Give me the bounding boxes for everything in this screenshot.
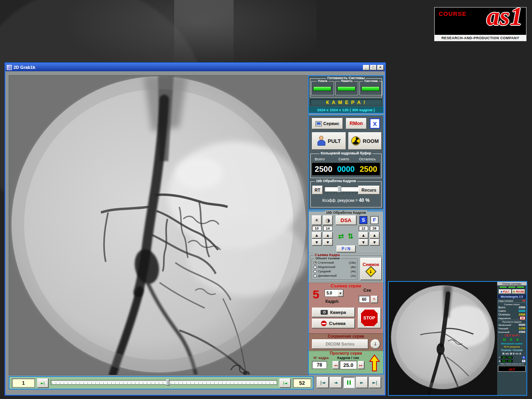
last-frame-field[interactable]: 52 [293, 378, 311, 388]
mini-start-label: Начальный: [498, 324, 511, 326]
mini-memory-bar [508, 286, 516, 288]
sec-label: Сек [363, 288, 371, 293]
board-label: Плата [317, 79, 329, 83]
view-rate-value[interactable]: 25.0 [340, 361, 357, 369]
room-button[interactable]: ROOM [348, 132, 382, 150]
fps-combobox[interactable]: 5.0 ▼ [325, 289, 344, 297]
capture-option-medium[interactable]: Средний (4к) [314, 269, 356, 274]
mini-taken-value: 0000 [519, 309, 525, 313]
recursion-slider-thumb[interactable] [338, 186, 341, 192]
brightness-down-button[interactable]: ▼ [312, 239, 321, 245]
filter-value-text: 26 [372, 226, 376, 230]
radio-static[interactable] [314, 261, 317, 264]
filter-button[interactable]: F [370, 216, 378, 224]
mini-pult-button[interactable]: PULT [499, 289, 511, 294]
mini-status-window: Статус системы PULT ROOM Michelangelo 2.… [388, 281, 527, 396]
frame-slider[interactable] [51, 380, 277, 385]
step-back-button[interactable]: ◄ [330, 377, 342, 388]
contrast-up-button[interactable]: ▲ [323, 232, 332, 238]
rate-increase-button[interactable]: ►► [358, 361, 364, 369]
subtract-button[interactable]: S [359, 216, 367, 224]
frame-slider-ticks [52, 382, 276, 384]
capture-option-static[interactable]: Статичный (16к) [314, 260, 356, 265]
dropdown-arrow-icon: ▼ [340, 292, 342, 294]
camera-button-label: Камера [330, 310, 346, 315]
mini-angiogram-image [389, 282, 497, 395]
mini-taken-label: Снято: [498, 310, 506, 312]
maximize-button[interactable]: □ [370, 65, 376, 70]
radio-dynamic[interactable] [314, 274, 317, 277]
go-last-button[interactable]: ►| [369, 377, 381, 388]
mini-room-button[interactable]: ROOM [512, 289, 525, 294]
rmon-button[interactable]: RMon [346, 118, 367, 129]
mini-status-title: Статус системы [502, 283, 521, 285]
first-frame-field[interactable]: 1 [12, 378, 35, 388]
go-last-icon: ►| [372, 380, 377, 385]
up-arrow-icon: ▲ [315, 234, 318, 237]
camera-button[interactable]: Камера [312, 308, 355, 317]
capture-option-slow[interactable]: Медленный (8к) [314, 265, 356, 269]
sec-value[interactable]: 60 [359, 296, 370, 303]
mini-stop-line: ! S T O P ! [497, 334, 526, 338]
camera-icon [321, 310, 328, 315]
swap-vertical-icon[interactable]: ⇅ [348, 232, 353, 240]
contrast-button[interactable]: ◑ [323, 215, 332, 225]
mini-posneg-line: Позитив / Негатив [497, 348, 526, 352]
step-forward-button[interactable]: ► [356, 377, 368, 388]
dsa-button[interactable]: DSA [336, 215, 356, 225]
view-rate-text: 25.0 [343, 362, 353, 368]
frame-slider-thumb[interactable] [166, 379, 169, 386]
frame-number-value[interactable]: 78 [312, 361, 327, 369]
filter-up-button[interactable]: ▲ [370, 232, 379, 238]
x-toggle-button[interactable]: X [370, 118, 380, 129]
brightness-button[interactable]: ☀ [312, 215, 321, 225]
mini-operator-icon [501, 291, 502, 293]
mini-brightness-icon: ☀ [498, 356, 500, 359]
go-first-button[interactable]: |◄ [317, 377, 329, 388]
capture-option-static-label: Статичный [318, 261, 348, 264]
pause-button[interactable] [343, 377, 355, 388]
brightness-up-button[interactable]: ▲ [312, 232, 321, 238]
title-bar[interactable]: 2D Grab1k _ □ × [6, 63, 385, 71]
mini-filter-button[interactable]: F [522, 360, 525, 362]
service-button[interactable]: Сервис [312, 118, 343, 129]
snapshot-button[interactable]: Снимок ↓ [360, 258, 382, 280]
mini-radiation-icon [513, 291, 515, 293]
capture-object-groupbox: Объект съемки Статичный (16к) Медленный … [312, 258, 357, 280]
contrast-down-button[interactable]: ▼ [323, 239, 332, 245]
mini-subtract-button[interactable]: S [522, 356, 525, 359]
mini-system-bar [517, 286, 524, 288]
play-button[interactable]: ►| [37, 378, 48, 388]
sec-edit-button[interactable]: ✎ [371, 296, 378, 303]
shoot-button[interactable]: Съемка [312, 319, 355, 328]
rewind-button[interactable]: |◄ [279, 378, 291, 388]
recursion-slider[interactable] [324, 186, 359, 192]
recursion-coef-label: Коэфф. рекурсии = [322, 198, 357, 203]
radio-medium[interactable] [314, 270, 317, 273]
mini-start-row: Начальный:0000 [497, 323, 526, 327]
rate-decrease-button[interactable]: ◄◄ [332, 361, 339, 369]
recursion-coef-line: Коэфф. рекурсии = 40 % [311, 198, 381, 203]
capture-option-dynamic[interactable]: Динамичный (1к) [314, 274, 356, 278]
save-download-button[interactable]: ↓ [370, 339, 380, 349]
recurs-button[interactable]: Recurs [358, 186, 380, 194]
shoot-button-label: Съемка [329, 321, 346, 326]
pult-button[interactable]: PULT [312, 132, 346, 150]
fps-dropdown-button[interactable]: ▼ [338, 290, 343, 296]
radio-slow[interactable] [314, 266, 317, 269]
close-button[interactable]: × [377, 65, 384, 70]
dicom-series-button[interactable]: DICOM Series [312, 339, 368, 349]
contrast-value-text: 14 [326, 226, 330, 230]
filter-down-button[interactable]: ▼ [370, 239, 379, 245]
stop-button[interactable]: STOP [358, 308, 381, 328]
rt-button[interactable]: RT [312, 186, 323, 194]
scroll-up-arrow-icon[interactable] [369, 354, 380, 372]
minimize-button[interactable]: _ [363, 65, 369, 70]
mini-rate-label: Кадров/сек: [498, 317, 511, 319]
positive-negative-button[interactable]: P / N [336, 245, 355, 252]
swap-horizontal-icon[interactable]: ⇄ [338, 232, 344, 240]
subtract-up-button[interactable]: ▲ [359, 232, 368, 238]
mini-control-row-2: ◑ 000 000 F [497, 359, 526, 363]
capture-option-dynamic-label: Динамичный [318, 274, 350, 277]
subtract-down-button[interactable]: ▼ [359, 239, 368, 245]
